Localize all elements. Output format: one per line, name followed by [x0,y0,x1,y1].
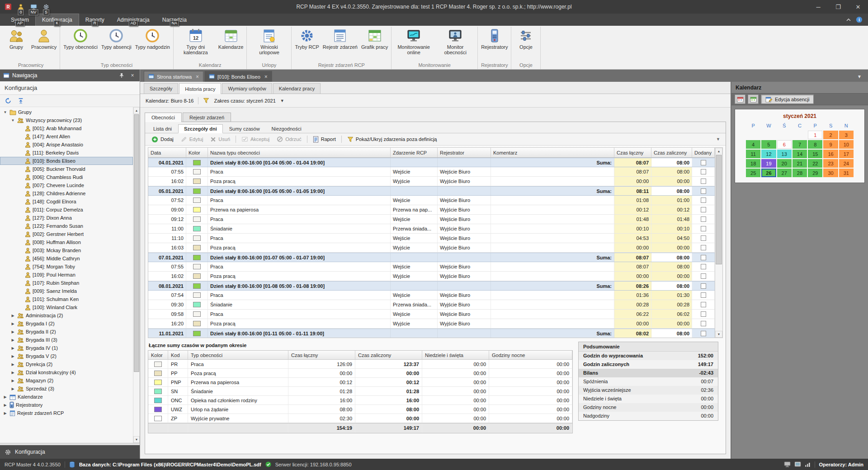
added-checkbox[interactable] [701,321,706,326]
added-checkbox[interactable] [701,302,706,307]
toolbar-button-odrzuc[interactable]: Odrzuć [273,135,305,144]
minimize-button[interactable]: ─ [808,0,828,14]
ribbon-button-typy-dni-kalendarza[interactable]: 12Typy dni kalendarza [175,27,217,56]
calendar-day-21[interactable]: 21 [793,159,807,168]
tab-kalendarz-pracy[interactable]: Kalendarz pracy [273,83,321,94]
tree-expander-icon[interactable]: ▼ [3,110,8,114]
calendar-day-16[interactable]: 16 [823,150,838,158]
tree-item-001-arab-muhannad[interactable]: ▶[001]: Arab Muhannad [0,124,133,132]
event-row[interactable]: 09:30ŚniadaniePrzerwa śniada...Wyjście B… [148,300,715,310]
nav-scrollbar[interactable]: ▲ ▼ [133,107,140,443]
tree-item-005-buckner-thorvald[interactable]: ▶[005]: Buckner Thorvald [0,165,133,173]
toolbar-button-pokaz-ukryj-zdarzenia-poza-definicja[interactable]: Pokaż/Ukryj zdarzenia poza definicją [344,135,441,144]
calendar-day-17[interactable]: 17 [839,150,854,158]
calendar-day-8[interactable]: 8 [808,140,822,149]
tree-expander-icon[interactable]: ▶ [10,330,15,334]
calendar-day-2[interactable]: 2 [823,131,838,139]
event-row[interactable]: 16:02Poza pracąWyjścieWyjście Biuro00:00… [148,177,715,186]
calendar-day-14[interactable]: 14 [793,150,807,158]
calendar-day-13[interactable]: 13 [777,150,792,158]
ribbon-button-monitorowanie-online[interactable]: Monitorowanie online [393,27,434,56]
tab-sumy-czasow[interactable]: Sumy czasów [224,125,265,133]
ribbon-button-rejestr-zdarzen[interactable]: Rejestr zdarzeń [321,27,359,50]
tree-item-grupy[interactable]: ▼Grupy [0,108,133,116]
added-checkbox[interactable] [701,264,706,269]
tree-item-109-poul-herman[interactable]: ▶[109]: Poul Herman [0,271,133,279]
ribbon-button-pracownicy[interactable]: Pracownicy [29,27,58,50]
tab-rejestr-zdarzen[interactable]: Rejestr zdarzeń [183,113,231,122]
tree-item-754-morgan-toby[interactable]: ▶[754]: Morgan Toby [0,263,133,271]
tab-obecnosci[interactable]: Obecności [145,113,182,122]
day-summary-row[interactable]: 04.01.2021Dzień stały 8:00-16:00 [01-04 … [148,158,715,167]
calendar-day-26[interactable]: 26 [761,169,776,177]
ribbon-button-grupy[interactable]: Grupy [3,27,29,50]
refresh-icon[interactable] [4,96,13,105]
tree-item-111-berkeley-davis[interactable]: ▶[111]: Berkeley Davis [0,149,133,157]
sum-row-onc[interactable]: ONCOpieka nad członkiem rodziny16:0016:0… [148,396,572,405]
calendar-day-4[interactable]: 4 [746,140,760,149]
event-row[interactable]: 07:55PracaWejścieWejście Biuro08:0708:00 [148,167,715,177]
tree-item-127-dixon-anna[interactable]: ▶[127]: Dixon Anna [0,214,133,222]
calendar-day-3[interactable]: 3 [839,131,854,139]
toolbar-button-akceptuj[interactable]: Akceptuj [238,135,273,144]
event-row[interactable]: 16:02Poza pracąWyjścieWyjście Biuro00:00… [148,272,715,281]
tree-item-rejestr-zdarzen-rcp[interactable]: ▶Rejestr zdarzeń RCP [0,409,133,417]
column-header-zdarzenie-rcp[interactable]: Zdarzenie RCP [391,148,438,157]
event-row[interactable]: 09:12PracaWejścieWejście Biuro01:4801:48 [148,215,715,224]
column-header-kod[interactable]: Kod [168,351,188,359]
calendar-day-30[interactable]: 30 [823,169,838,177]
close-panel-icon[interactable]: × [128,71,137,80]
ribbon-tab-administracja[interactable]: AdministracjaAD [111,14,156,26]
tree-item-100-winland-clark[interactable]: ▶[100]: Winland Clark [0,303,133,311]
qat-settings-icon[interactable]: S [42,2,51,11]
ribbon-button-typy-absencji[interactable]: Typy absencji [99,27,133,50]
tree-item-dzial-konstrukcyjny-4[interactable]: ▶Dział konstrukcyjny (4) [0,368,133,376]
collapse-ribbon-icon[interactable] [846,17,851,23]
calendar-day-31[interactable]: 31 [839,169,854,177]
tree-expander-icon[interactable]: ▼ [10,118,15,122]
tree-item-148-cogdil-elnora[interactable]: ▶[148]: Cogdil Elnora [0,197,133,206]
added-checkbox[interactable] [701,207,706,212]
calendar-day-20[interactable]: 20 [777,159,792,168]
added-checkbox[interactable] [701,197,706,203]
help-info-icon[interactable]: i [856,16,863,23]
column-header-kolor[interactable]: Kolor [148,351,168,359]
close-tab-icon[interactable]: × [264,74,268,80]
collapse-all-icon[interactable] [16,96,25,105]
calendar-day-25[interactable]: 25 [746,169,760,177]
toolbar-button-edytuj[interactable]: Edytuj [177,135,207,144]
tree-expander-icon[interactable]: ▶ [10,338,15,342]
tree-expander-icon[interactable]: ▶ [10,387,15,391]
calendar-day-22[interactable]: 22 [808,159,822,168]
nav-bottom-konfiguracja[interactable]: Konfiguracja [0,445,140,459]
tree-expander-icon[interactable]: ▶ [10,314,15,318]
tab-list-chevron-icon[interactable]: ▼ [854,74,864,79]
qat-monitor-icon[interactable]: NV [29,2,38,11]
pc-status-icon[interactable] [784,461,791,467]
tree-expander-icon[interactable]: ▶ [10,354,15,358]
tab-szczegoly-dni[interactable]: Szczegóły dni [178,124,223,133]
tree-expander-icon[interactable]: ▶ [3,403,8,407]
tree-item-brygada-v-2[interactable]: ▶Brygada V (2) [0,352,133,360]
close-tab-icon[interactable]: × [196,74,199,80]
pin-panel-icon[interactable] [118,71,126,80]
calendar-day-19[interactable]: 19 [761,159,776,168]
column-header-niedziele-i-swieta[interactable]: Niedziele i święta [422,351,489,359]
event-row[interactable]: 16:20Poza pracąWyjścieWyjście Biuro00:00… [148,319,715,329]
tree-expander-icon[interactable]: ▶ [10,362,15,367]
document-tab-010-bonds-eliseo[interactable]: [010]: Bonds Eliseo× [204,71,272,82]
ribbon-tab-raporty[interactable]: RaportyR [79,14,111,26]
event-row[interactable]: 11:00ŚniadaniePrzerwa śniada...Wyjście B… [148,224,715,234]
column-header-dodany[interactable]: Dodany [692,148,715,157]
range-dropdown-chevron[interactable]: ▼ [280,99,284,103]
ribbon-button-grafik-pracy[interactable]: Grafik pracy [359,27,390,50]
calendar-day-18[interactable]: 18 [746,159,760,168]
tree-item-006-chambless-rudi[interactable]: ▶[006]: Chambless Rudi [0,173,133,181]
ribbon-button-tryby-rcp[interactable]: Tryby RCP [293,27,321,50]
added-checkbox[interactable] [701,169,706,174]
tree-item-007-chevere-lucinde[interactable]: ▶[007]: Chevere Lucinde [0,181,133,189]
column-header-data[interactable]: Data [148,148,186,157]
ribbon-tab-narzedzia[interactable]: NarzędziaNA [156,14,193,26]
time-range-selector[interactable]: Zakres czasu: styczeń 2021 [214,98,275,103]
added-checkbox[interactable] [701,216,706,222]
